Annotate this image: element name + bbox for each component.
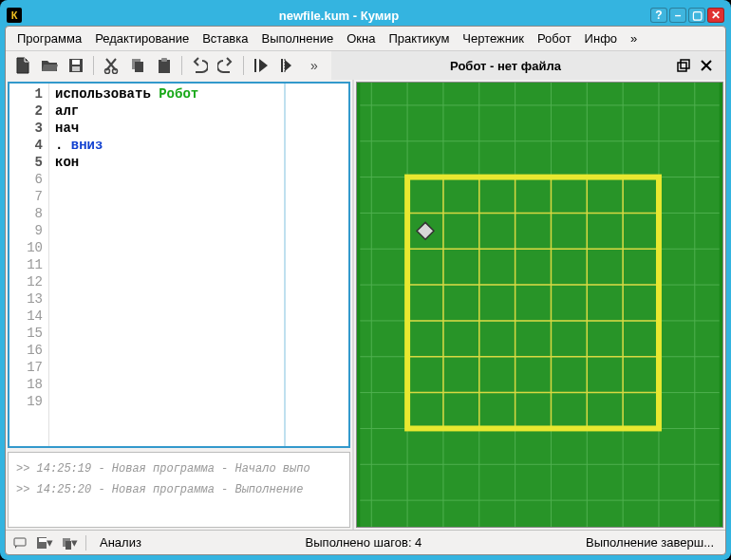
svg-rect-6 [135, 62, 143, 72]
robot-panel-title: Робот - нет файла [339, 59, 672, 73]
menubar: Программа Редактирование Вставка Выполне… [6, 27, 725, 51]
status-state: Выполнение заверш... [580, 535, 720, 550]
window-maximize-button[interactable]: ▢ [688, 8, 705, 23]
paste-button[interactable] [153, 54, 176, 77]
status-analysis: Анализ [94, 535, 147, 550]
code-line[interactable] [55, 308, 343, 325]
robot-close-button[interactable] [695, 54, 718, 77]
menu-practicum[interactable]: Практикум [383, 29, 455, 47]
code-line[interactable]: кон [55, 154, 343, 171]
menu-info[interactable]: Инфо [579, 29, 623, 47]
code-line[interactable]: нач [55, 120, 343, 137]
svg-rect-11 [678, 63, 686, 71]
console-line: >> 14:25:19 - Новая программа - Начало в… [16, 458, 342, 479]
robot-panel-titlebar: Робот - нет файла [331, 51, 725, 80]
window-minimize-button[interactable]: – [669, 8, 686, 23]
robot-grid [357, 83, 722, 527]
status-message-icon[interactable] [11, 534, 28, 551]
code-line[interactable] [55, 239, 343, 256]
copy-button[interactable] [126, 54, 149, 77]
menu-robot[interactable]: Робот [532, 29, 577, 47]
titlebar: К newfile.kum - Кумир ? – ▢ ✕ [5, 5, 726, 26]
cut-button[interactable] [100, 54, 122, 77]
new-file-button[interactable] [11, 54, 34, 77]
window-context-button[interactable]: ? [650, 8, 667, 23]
code-line[interactable] [55, 256, 343, 273]
code-line[interactable] [55, 222, 343, 239]
menu-more[interactable]: » [625, 29, 643, 47]
status-copy-icon[interactable]: ▾ [61, 534, 78, 551]
status-save-icon[interactable]: ▾ [36, 534, 53, 551]
menu-edit[interactable]: Редактирование [89, 29, 195, 47]
svg-point-4 [113, 69, 118, 74]
code-line[interactable] [55, 359, 343, 376]
editor-margin-line [284, 84, 286, 446]
code-line[interactable] [55, 393, 343, 410]
code-line[interactable] [55, 376, 343, 393]
svg-rect-1 [72, 60, 80, 65]
code-line[interactable] [55, 290, 343, 308]
code-editor[interactable]: 12345678910111213141516171819 использова… [8, 82, 350, 448]
svg-rect-12 [681, 60, 689, 68]
svg-rect-7 [159, 60, 170, 73]
line-gutter: 12345678910111213141516171819 [9, 84, 49, 446]
code-area[interactable]: использовать Роботалгнач. внизкон [49, 84, 348, 446]
svg-rect-9 [254, 59, 256, 72]
menu-run[interactable]: Выполнение [255, 29, 339, 47]
svg-rect-57 [66, 541, 71, 550]
svg-rect-8 [161, 58, 167, 62]
menu-windows[interactable]: Окна [341, 29, 381, 47]
save-file-button[interactable] [65, 54, 87, 77]
code-line[interactable] [55, 188, 343, 205]
svg-rect-53 [14, 538, 26, 546]
redo-button[interactable] [215, 54, 237, 77]
svg-rect-2 [72, 66, 80, 71]
svg-rect-55 [39, 538, 47, 542]
open-file-button[interactable] [38, 54, 61, 77]
statusbar: ▾ ▾ Анализ Выполнено шагов: 4 Выполнение… [6, 530, 725, 554]
code-line[interactable] [55, 171, 343, 188]
menu-drawer[interactable]: Чертежник [457, 29, 530, 47]
output-console[interactable]: >> 14:25:19 - Новая программа - Начало в… [8, 452, 350, 528]
code-line[interactable] [55, 325, 343, 342]
robot-undock-button[interactable] [672, 54, 695, 77]
code-line[interactable] [55, 205, 343, 222]
toolbar-more[interactable]: » [303, 54, 326, 77]
undo-button[interactable] [188, 54, 211, 77]
code-line[interactable] [55, 273, 343, 290]
code-line[interactable]: алг [55, 103, 343, 120]
svg-rect-10 [281, 59, 283, 72]
menu-insert[interactable]: Вставка [197, 29, 253, 47]
svg-rect-13 [360, 83, 719, 527]
svg-point-3 [105, 69, 110, 74]
code-line[interactable] [55, 342, 343, 359]
app-icon: К [7, 8, 22, 23]
menu-program[interactable]: Программа [11, 29, 87, 47]
run-button[interactable] [250, 54, 272, 77]
window-title: newfile.kum - Кумир [29, 9, 648, 23]
step-button[interactable] [276, 54, 299, 77]
console-line: >> 14:25:20 - Новая программа - Выполнен… [16, 479, 342, 500]
code-line[interactable]: . вниз [55, 137, 343, 154]
window-close-button[interactable]: ✕ [707, 8, 724, 23]
code-line[interactable]: использовать Робот [55, 85, 343, 103]
robot-field[interactable] [356, 82, 723, 528]
status-steps: Выполнено шагов: 4 [300, 535, 428, 550]
main-toolbar: » [6, 51, 331, 80]
